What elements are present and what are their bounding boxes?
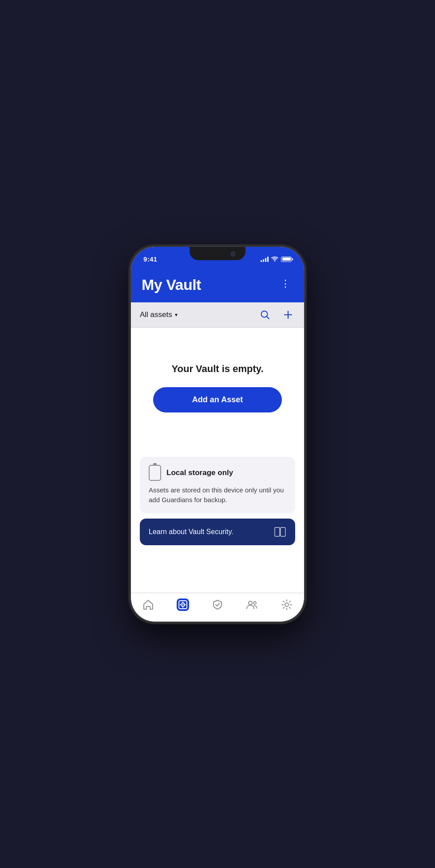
shield-tab[interactable] <box>206 597 229 613</box>
local-storage-title: Local storage only <box>166 468 233 477</box>
svg-point-0 <box>274 260 275 261</box>
search-icon <box>260 310 270 320</box>
empty-state: Your Vault is empty. Add an Asset <box>139 328 296 430</box>
svg-line-2 <box>267 316 269 319</box>
svg-point-10 <box>182 604 184 605</box>
filter-actions <box>258 308 295 322</box>
more-menu-button[interactable]: ⋮ <box>277 277 293 293</box>
svg-point-17 <box>285 603 289 606</box>
local-storage-description: Assets are stored on this device only un… <box>149 485 286 505</box>
add-asset-button[interactable]: Add an Asset <box>153 387 282 412</box>
status-time: 9:41 <box>143 255 157 263</box>
svg-rect-5 <box>275 527 280 536</box>
svg-point-16 <box>253 602 256 604</box>
home-icon <box>142 598 154 611</box>
notch <box>190 247 245 260</box>
filter-selector[interactable]: All assets ▾ <box>140 310 178 319</box>
plus-icon <box>283 310 293 320</box>
signal-bars-icon <box>261 257 269 262</box>
local-storage-card: Local storage only Assets are stored on … <box>140 457 295 513</box>
add-button[interactable] <box>281 308 295 322</box>
screen: 9:41 My V <box>131 247 304 622</box>
phone-frame: 9:41 My V <box>131 247 304 622</box>
empty-state-title: Your Vault is empty. <box>171 363 263 375</box>
chevron-down-icon: ▾ <box>175 312 178 318</box>
home-tab[interactable] <box>137 597 160 613</box>
learn-more-card[interactable]: Learn about Vault Security. <box>140 519 295 545</box>
tab-bar <box>131 593 304 622</box>
battery-icon <box>281 257 292 262</box>
app-header: My Vault ⋮ <box>131 269 304 302</box>
learn-more-text: Learn about Vault Security. <box>149 528 233 536</box>
shield-icon <box>211 598 224 611</box>
front-camera <box>230 251 236 257</box>
filter-label: All assets <box>140 310 172 319</box>
status-icons <box>261 257 292 262</box>
main-content: Your Vault is empty. Add an Asset Local … <box>131 328 304 593</box>
settings-tab[interactable] <box>275 597 298 613</box>
app-title: My Vault <box>142 276 201 293</box>
guardians-tab[interactable] <box>241 597 264 613</box>
local-storage-header: Local storage only <box>149 465 286 481</box>
svg-point-15 <box>249 601 252 605</box>
book-icon <box>274 527 286 537</box>
filter-bar: All assets ▾ <box>131 302 304 328</box>
settings-icon <box>281 598 293 611</box>
phone-storage-icon <box>149 465 161 481</box>
info-cards: Local storage only Assets are stored on … <box>131 448 304 554</box>
wifi-icon <box>271 257 278 262</box>
search-button[interactable] <box>258 308 272 322</box>
svg-rect-6 <box>281 527 285 536</box>
guardians-icon <box>246 598 258 611</box>
vault-tab[interactable] <box>171 597 194 613</box>
vault-icon <box>177 598 189 611</box>
